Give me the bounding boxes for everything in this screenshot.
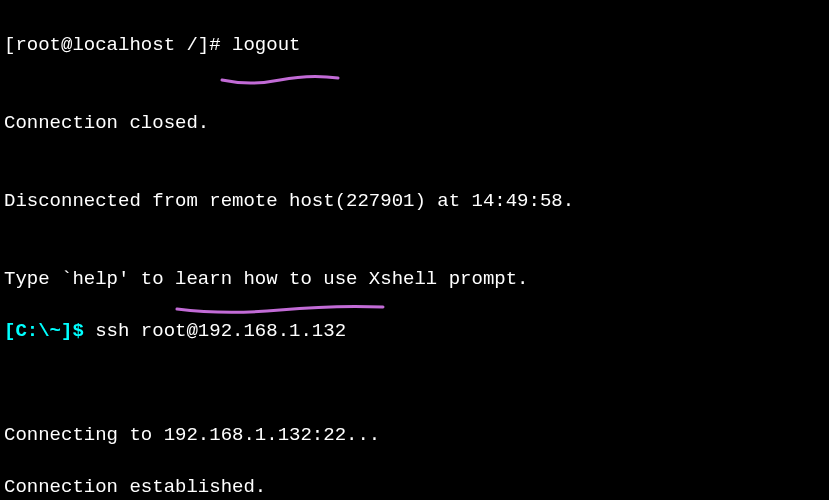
- prompt-line: [C:\~]$ ssh root@192.168.1.132: [4, 318, 825, 344]
- command-text: ssh root@192.168.1.132: [95, 320, 346, 342]
- output-line: Connecting to 192.168.1.132:22...: [4, 422, 825, 448]
- command-text: logout: [232, 34, 300, 56]
- shell-prompt: [root@localhost /]#: [4, 34, 232, 56]
- annotation-underline: [175, 252, 385, 266]
- output-line: Disconnected from remote host(227901) at…: [4, 188, 825, 214]
- output-line: Connection established.: [4, 474, 825, 500]
- terminal-output[interactable]: [root@localhost /]# logout Connection cl…: [0, 0, 829, 500]
- output-line: Type `help' to learn how to use Xshell p…: [4, 266, 825, 292]
- prompt-line: [root@localhost /]# logout: [4, 32, 825, 58]
- xshell-prompt: [C:\~]$: [4, 320, 95, 342]
- output-line: Connection closed.: [4, 110, 825, 136]
